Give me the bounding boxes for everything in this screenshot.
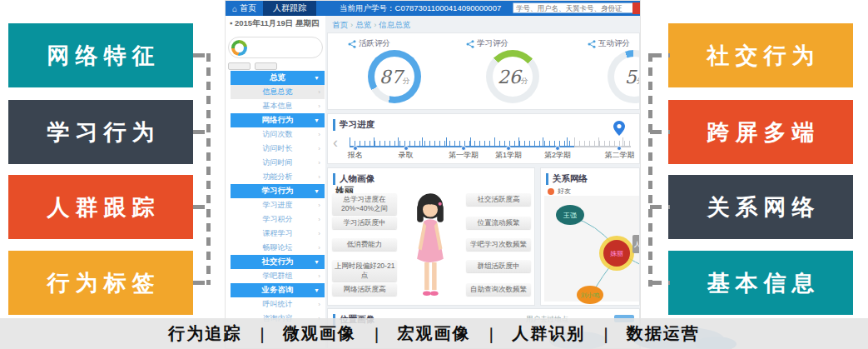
persona-tag: 上网时段偏好20-21点 xyxy=(332,260,397,282)
nav-home-label: 首页 xyxy=(240,2,256,14)
callout-crowd-tracking: 人群跟踪 xyxy=(8,175,193,239)
network-node-label: 王强 xyxy=(563,212,577,219)
sidebar-menu: 总览▼ 信息总览› 基本信息› 网络行为▼ 访问次数› 访问时长› 访问时间› … xyxy=(231,71,325,326)
panel-title: 关系网络 xyxy=(546,173,639,185)
caption-item-micro-portrait: 微观画像 xyxy=(283,322,356,345)
caption-separator: ｜ xyxy=(255,324,270,344)
callout-label: 学习行为 xyxy=(47,117,161,147)
callout-relation-network: 关系网络 xyxy=(668,175,853,239)
breadcrumb-page: 信息总览 xyxy=(379,20,410,29)
gauge-ring: 5分 xyxy=(608,50,640,103)
callout-network-features: 网络特征 xyxy=(8,23,193,87)
connector-line xyxy=(193,130,211,134)
toolbar-button[interactable] xyxy=(228,62,250,70)
sidebar-group-social-behavior[interactable]: 社交行为▼ xyxy=(231,255,325,269)
sidebar-item-visit-duration[interactable]: 访问时长› xyxy=(231,142,325,156)
persona-tag: 群组活跃度中 xyxy=(466,260,531,272)
gauge-interact-score: 互动评分 5分 xyxy=(578,38,640,107)
relation-network-panel: 关系网络 好友 王强 姝丽 刘小鸣 人 xyxy=(540,167,640,306)
sidebar-item-basic-info[interactable]: 基本信息› xyxy=(231,99,325,113)
share-icon xyxy=(588,40,596,48)
callout-basic-info: 基本信息 xyxy=(668,251,853,315)
slide: 网络特征 学习行为 人群跟踪 行为标签 社交行为 跨屏多端 关系网络 基本信息 … xyxy=(0,0,868,349)
chevron-right-icon: › xyxy=(318,216,320,223)
learning-progress-panel: 学习进度 ‹ 报名 录取 第一学期 第1学期 第2学期 第二学期 xyxy=(327,113,640,164)
gauge-title: 学习评分 xyxy=(477,38,508,49)
connector-line xyxy=(650,53,670,57)
chevron-right-icon: › xyxy=(318,88,320,96)
panel-title: 学习进度 xyxy=(333,119,639,131)
connector-line xyxy=(193,53,211,57)
sidebar-item-call-stats[interactable]: 呼叫统计› xyxy=(231,297,325,312)
sidebar-group-overview[interactable]: 总览▼ xyxy=(231,71,325,85)
sidebar-item-visit-time[interactable]: 访问时间› xyxy=(231,156,325,170)
network-legend: 好友 xyxy=(548,187,571,196)
connector-line xyxy=(648,53,652,287)
connector-line xyxy=(193,281,211,285)
search-input[interactable] xyxy=(513,2,634,13)
breadcrumb-section[interactable]: 总览 xyxy=(355,20,371,29)
milestone-label: 报名 xyxy=(330,150,380,161)
share-icon xyxy=(348,40,356,48)
chevron-right-icon: › xyxy=(318,301,320,308)
chevron-down-icon: ▼ xyxy=(314,75,320,81)
chevron-right-icon: › xyxy=(318,244,320,252)
caption-item-crowd-recognition: 人群识别 xyxy=(512,322,585,345)
logo-icon xyxy=(231,40,247,56)
sidebar-group-learning-behavior[interactable]: 学习行为▼ xyxy=(231,184,325,198)
breadcrumb-home[interactable]: 首页 xyxy=(332,20,348,29)
callout-label: 社交行为 xyxy=(707,41,821,71)
sidebar-item-visit-count[interactable]: 访问次数› xyxy=(231,127,325,142)
breadcrumb: 首页›总览›信息总览 xyxy=(332,20,410,31)
gauge-ring: 87分 xyxy=(368,50,421,103)
connector-line xyxy=(650,281,670,285)
chevron-down-icon: ▼ xyxy=(314,117,320,123)
sidebar-item-function-analysis[interactable]: 功能分析› xyxy=(231,170,325,184)
gauge-value: 87 xyxy=(379,68,403,87)
sidebar-item-info-overview[interactable]: 信息总览› xyxy=(231,85,325,99)
chevron-down-icon: ▼ xyxy=(314,287,320,293)
callout-label: 跨屏多端 xyxy=(707,117,821,147)
sidebar-group-business-consult[interactable]: 业务咨询▼ xyxy=(231,283,325,297)
milestone-label: 录取 xyxy=(381,150,431,161)
milestone-label: 第2学期 xyxy=(533,150,583,161)
chevron-right-icon: › xyxy=(318,272,320,280)
callout-learning-behavior: 学习行为 xyxy=(8,100,193,164)
dashboard-screenshot: ⌂首页 人群跟踪 当前用户学号：C07873011000414090000007… xyxy=(225,0,641,349)
chevron-right-icon: › xyxy=(318,131,320,138)
chevron-left-icon[interactable]: ‹ xyxy=(333,134,338,152)
gauge-active-score: 活跃评分 87分 xyxy=(338,38,450,107)
nav-right-button[interactable] xyxy=(632,2,641,14)
chevron-right-icon: › xyxy=(318,102,320,110)
current-user-id: 当前用户学号：C07873011000414090000007 xyxy=(340,3,501,14)
house-icon: ⌂ xyxy=(232,4,237,13)
callout-label: 关系网络 xyxy=(707,192,821,222)
caption-separator: ｜ xyxy=(484,324,499,344)
persona-tag: 自助查询次数频繁 xyxy=(466,283,531,296)
sidebar-item-course-learning[interactable]: 课程学习› xyxy=(231,227,325,241)
network-node-label: 刘小鸣 xyxy=(581,292,600,299)
caption-bar: 行为追踪 ｜ 微观画像 ｜ 宏观画像 ｜ 人群识别 ｜ 数据运营 xyxy=(0,318,868,349)
connector-line xyxy=(650,130,670,134)
network-graph[interactable]: 王强 姝丽 刘小鸣 人 xyxy=(544,196,639,302)
sidebar-item-learning-points[interactable]: 学习积分› xyxy=(231,212,325,227)
gauge-title: 活跃评分 xyxy=(359,38,390,49)
chevron-right-icon: › xyxy=(318,173,320,181)
logo-box xyxy=(228,37,323,58)
callout-behavior-tags: 行为标签 xyxy=(8,251,193,315)
sidebar-item-learning-progress[interactable]: 学习进度› xyxy=(231,198,325,212)
top-navbar: ⌂首页 人群跟踪 当前用户学号：C07873011000414090000007 xyxy=(226,1,640,16)
sidebar-item-study-group[interactable]: 学吧群组› xyxy=(231,269,325,283)
sidebar-group-network-behavior[interactable]: 网络行为▼ xyxy=(231,113,325,127)
persona-tag: 总学习进度在20%~40%之间 xyxy=(332,193,397,215)
sidebar-item-forum[interactable]: 畅聊论坛› xyxy=(231,241,325,255)
persona-tag: 网络活跃度高 xyxy=(332,283,397,296)
nav-tab-crowd-tracking[interactable]: 人群跟踪 xyxy=(263,1,316,16)
persona-avatar xyxy=(404,190,456,305)
gauge-value: 26 xyxy=(498,68,521,87)
progress-ruler[interactable]: 报名 录取 第一学期 第1学期 第2学期 第二学期 xyxy=(350,132,631,161)
toolbar-button[interactable] xyxy=(255,62,277,70)
persona-tag: 学吧学习次数频繁 xyxy=(466,238,531,251)
gauge-ring: 26分 xyxy=(486,50,539,103)
nav-home[interactable]: ⌂首页 xyxy=(226,1,263,16)
